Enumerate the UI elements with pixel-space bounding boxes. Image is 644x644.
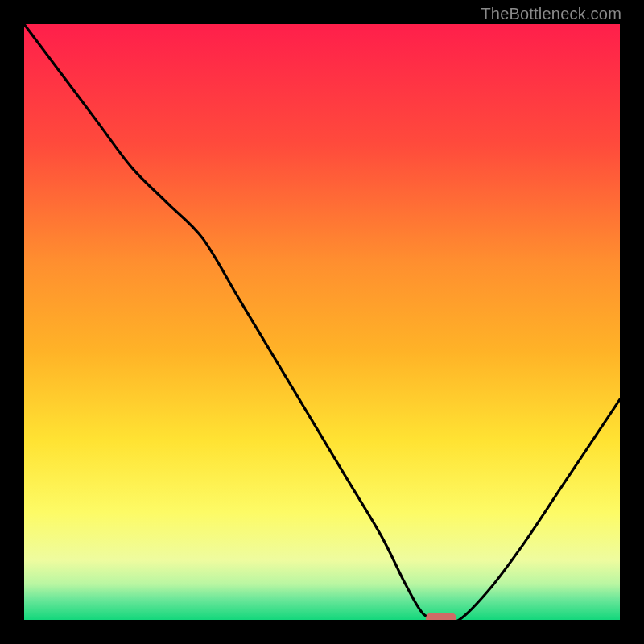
plot-area [24,24,620,620]
watermark-text: TheBottleneck.com [481,5,621,23]
optimum-marker [426,613,456,620]
bottleneck-curve [24,24,620,620]
chart-frame: TheBottleneck.com [0,0,644,644]
